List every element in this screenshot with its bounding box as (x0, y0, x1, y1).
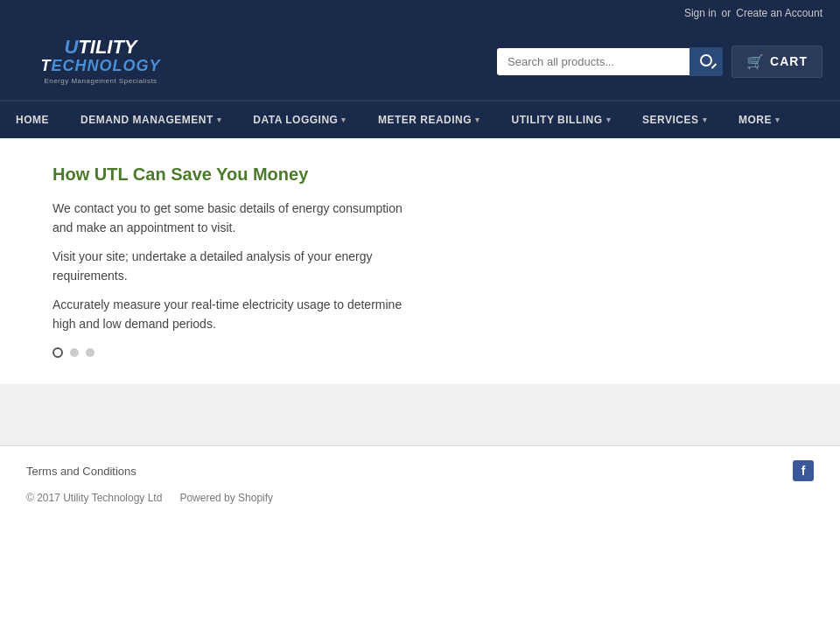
search-button[interactable] (690, 47, 723, 76)
chevron-down-icon: ▾ (606, 116, 612, 124)
gray-section (0, 384, 840, 445)
slide-dot-1[interactable] (52, 347, 63, 358)
main-content: How UTL Can Save You Money We contact yo… (0, 138, 840, 384)
slide-paragraph-2: Visit your site; undertake a detailed an… (52, 247, 420, 286)
chevron-down-icon: ▾ (775, 116, 780, 124)
cart-button[interactable]: 🛒 CART (732, 46, 822, 78)
terms-link[interactable]: Terms and Conditions (26, 465, 136, 478)
cart-label: CART (770, 54, 808, 68)
nav-item-home[interactable]: HOME (0, 102, 65, 138)
nav-item-data-logging[interactable]: DATA LOGGING ▾ (237, 102, 362, 138)
nav-item-services[interactable]: SERVICES ▾ (626, 102, 723, 138)
slide-dot-2[interactable] (70, 348, 79, 357)
powered-by-link[interactable]: Powered by Shopify (179, 492, 273, 504)
slide-heading: How UTL Can Save You Money (52, 164, 788, 185)
slide-paragraph-1: We contact you to get some basic details… (52, 199, 420, 238)
chevron-down-icon: ▾ (475, 116, 480, 124)
nav-item-meter-reading[interactable]: METER READING ▾ (362, 102, 496, 138)
logo[interactable]: UTILITY TECHNOLOGY Energy Management Spe… (18, 35, 184, 88)
chevron-down-icon: ▾ (217, 116, 222, 124)
facebook-icon[interactable]: f (793, 460, 814, 481)
chevron-down-icon: ▾ (341, 116, 346, 124)
logo-subtitle: Energy Management Specialists (44, 77, 157, 85)
search-icon (700, 54, 712, 66)
or-separator: or (722, 7, 732, 19)
copyright-text: © 2017 Utility Technology Ltd (26, 492, 162, 504)
sign-in-link[interactable]: Sign in (684, 7, 717, 19)
chevron-down-icon: ▾ (703, 116, 708, 124)
cart-icon: 🛒 (746, 53, 765, 70)
create-account-link[interactable]: Create an Account (736, 7, 822, 19)
nav-item-utility-billing[interactable]: UTILITY BILLING ▾ (496, 102, 626, 138)
search-input[interactable] (497, 48, 690, 75)
slide-dots (52, 347, 788, 358)
slide-dot-3[interactable] (86, 348, 94, 357)
nav-item-more[interactable]: MORE ▾ (723, 102, 796, 138)
footer: Terms and Conditions f © 2017 Utility Te… (0, 445, 840, 518)
search-form (497, 47, 723, 76)
navigation: HOME DEMAND MANAGEMENT ▾ DATA LOGGING ▾ … (0, 101, 840, 138)
nav-item-demand-management[interactable]: DEMAND MANAGEMENT ▾ (65, 102, 237, 138)
slide-paragraph-3: Accurately measure your real-time electr… (52, 295, 420, 334)
